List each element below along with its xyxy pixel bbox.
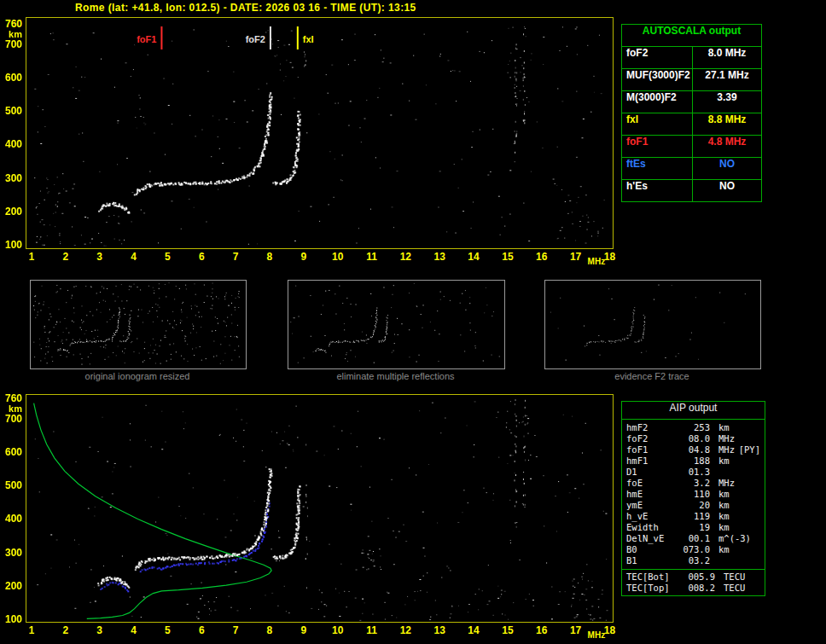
- aip-row-DelN_vE: DelN_vE00.1m^(-3): [622, 533, 765, 544]
- x-tick-label-bottom: 4: [124, 624, 144, 636]
- x-tick-label-top: 15: [497, 251, 518, 263]
- x-tick-label-bottom: 11: [362, 624, 382, 636]
- y-tick-label-bottom: 500: [0, 479, 22, 491]
- thumbnail-cleaned-ionogram: [288, 280, 505, 369]
- autoscala-row-MUF(3000)F2: MUF(3000)F227.1 MHz: [622, 69, 761, 91]
- x-tick-label-top: 3: [90, 251, 110, 263]
- x-tick-label-bottom: 14: [463, 624, 484, 636]
- thumbnail-f2-canvas: [545, 281, 759, 367]
- autoscala-param-value: 8.8 MHz: [693, 113, 761, 135]
- y-tick-label-top: 300: [0, 172, 22, 184]
- thumbnail-cleaned-canvas: [288, 281, 503, 367]
- aip-table-title: AIP output: [622, 402, 765, 420]
- x-tick-label-bottom: 12: [395, 624, 416, 636]
- marker-label-foF1: foF1: [135, 34, 158, 45]
- aip-param-unit: km: [710, 489, 730, 500]
- autoscala-row-foF1: foF14.8 MHz: [622, 136, 761, 158]
- aip-param-value: 253: [678, 422, 710, 433]
- aip-table-rows: hmF2253kmfoF208.0MHzfoF104.8MHz[PY]hmF11…: [622, 422, 765, 566]
- x-tick-label-top: 10: [328, 251, 348, 263]
- aip-row-h_vE: h_vE119km: [622, 511, 765, 522]
- y-tick-label-top: 100: [0, 239, 22, 251]
- y-axis-unit-top: km: [0, 29, 22, 39]
- profile-canvas: [26, 395, 613, 622]
- aip-param-value: 073.0: [678, 544, 710, 555]
- autoscala-table-rows: foF28.0 MHzMUF(3000)F227.1 MHzM(3000)F23…: [622, 47, 761, 201]
- aip-row-foE: foE3.2MHz: [622, 478, 765, 489]
- aip-param-unit: [710, 555, 718, 566]
- x-axis-unit-bottom: MHz: [588, 630, 606, 640]
- x-tick-label-bottom: 5: [157, 624, 177, 636]
- autoscala-param-value: 8.0 MHz: [693, 47, 761, 68]
- aip-param-label: hmE: [626, 489, 678, 500]
- ionogram-canvas: [26, 18, 613, 248]
- aip-param-value: 01.3: [678, 467, 710, 478]
- y-tick-label-top: 400: [0, 138, 22, 150]
- aip-output-table: AIP output hmF2253kmfoF208.0MHzfoF104.8M…: [621, 401, 765, 596]
- profile-plot: [26, 394, 614, 623]
- x-tick-label-bottom: 1: [21, 624, 42, 636]
- y-tick-label-bottom: 100: [0, 613, 22, 625]
- autoscala-param-label: M(3000)F2: [622, 91, 693, 113]
- thumbnail-original-ionogram: [30, 280, 247, 369]
- aip-row-foF2: foF208.0MHz: [622, 433, 765, 444]
- x-tick-label-bottom: 16: [532, 624, 552, 636]
- y-tick-label-top: 500: [0, 105, 22, 117]
- x-tick-label-top: 4: [124, 251, 144, 263]
- autoscala-param-value: NO: [693, 158, 761, 179]
- autoscala-row-foF2: foF28.0 MHz: [622, 47, 761, 69]
- aip-param-label: TEC[Top]: [626, 583, 683, 594]
- aip-param-value: 188: [678, 455, 710, 467]
- aip-param-label: h_vE: [626, 511, 678, 522]
- x-tick-label-top: 7: [225, 251, 246, 263]
- aip-param-flag: [PY]: [739, 444, 760, 455]
- aip-param-unit: km: [710, 522, 730, 533]
- aip-row-D1: D101.3: [622, 467, 765, 478]
- aip-tec-rows: TEC[Bot]005.9TECUTEC[Top]008.2TECU: [622, 569, 765, 594]
- x-tick-label-bottom: 17: [566, 624, 586, 636]
- aip-param-label: ymE: [626, 500, 678, 511]
- x-tick-label-top: 9: [294, 251, 314, 263]
- x-tick-label-top: 12: [395, 251, 416, 263]
- x-tick-label-bottom: 9: [294, 624, 314, 636]
- y-tick-label-bottom: 200: [0, 580, 22, 592]
- x-axis-unit-top: MHz: [588, 257, 606, 266]
- y-tick-label-top: 200: [0, 206, 22, 218]
- aip-param-unit: m^(-3): [710, 533, 751, 544]
- aip-param-label: B1: [626, 555, 678, 566]
- y-tick-label-bottom: 600: [0, 446, 22, 458]
- aip-param-unit: km: [710, 511, 730, 522]
- aip-param-value: 005.9: [683, 571, 715, 583]
- thumbnail-f2-caption: evidence F2 trace: [544, 371, 759, 381]
- aip-param-unit: MHz: [710, 433, 735, 444]
- x-tick-label-top: 5: [157, 251, 177, 263]
- x-tick-label-bottom: 10: [328, 624, 348, 636]
- aip-param-unit: MHz: [710, 444, 735, 455]
- autoscala-row-fxI: fxI8.8 MHz: [622, 113, 761, 136]
- y-axis-unit-bottom: km: [0, 403, 22, 414]
- y-tick-label-bottom: 400: [0, 513, 22, 525]
- autoscala-window: Rome (lat: +41.8, lon: 012.5) - DATE: 20…: [0, 0, 826, 644]
- aip-param-unit: TECU: [715, 583, 745, 594]
- y-tick-label-bottom: 700: [0, 413, 22, 425]
- station-header: Rome (lat: +41.8, lon: 012.5) - DATE: 20…: [75, 2, 416, 14]
- aip-param-unit: km: [710, 422, 730, 433]
- autoscala-param-label: ftEs: [622, 158, 693, 179]
- marker-label-fxI: fxI: [301, 34, 316, 45]
- x-tick-label-top: 14: [463, 251, 484, 263]
- aip-param-value: 20: [678, 500, 710, 511]
- aip-param-value: 03.2: [678, 555, 710, 566]
- autoscala-param-label: h'Es: [622, 180, 693, 201]
- aip-param-unit: TECU: [715, 571, 745, 583]
- x-tick-label-top: 11: [362, 251, 382, 263]
- aip-param-unit: [710, 467, 718, 478]
- aip-param-label: Ewidth: [626, 522, 678, 533]
- aip-row-foF1: foF104.8MHz[PY]: [622, 444, 765, 455]
- y-tick-label-bottom: 300: [0, 547, 22, 559]
- aip-row-hmF1: hmF1188km: [622, 455, 765, 467]
- x-tick-label-top: 13: [429, 251, 450, 263]
- thumbnail-cleaned-caption: eliminate multiple reflections: [288, 371, 503, 381]
- aip-param-label: D1: [626, 467, 678, 478]
- aip-param-label: hmF2: [626, 422, 678, 433]
- autoscala-table-title: AUTOSCALA output: [622, 25, 761, 47]
